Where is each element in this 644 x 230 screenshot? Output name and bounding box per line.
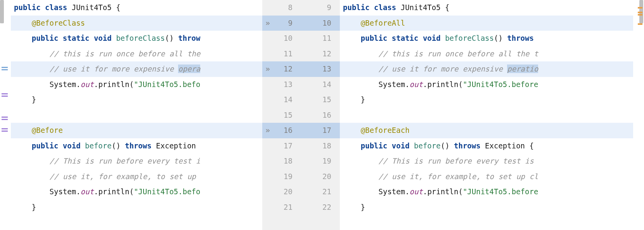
code-line[interactable] — [11, 108, 262, 123]
code-line[interactable]: public static void beforeClass() throws — [340, 31, 633, 46]
code-line[interactable]: } — [11, 92, 262, 108]
merge-arrow-icon[interactable]: » — [265, 123, 270, 138]
code-line[interactable]: @BeforeClass — [11, 16, 262, 31]
line-number: 21 — [301, 184, 340, 200]
change-marker[interactable] — [2, 128, 8, 129]
line-number: 22 — [301, 200, 340, 215]
change-marker[interactable] — [2, 69, 8, 70]
line-number: 16» — [262, 123, 301, 138]
code-line[interactable]: } — [340, 92, 633, 108]
line-number: 9» — [262, 16, 301, 31]
line-number: 9 — [301, 0, 340, 16]
code-line[interactable]: // This is run before every test is — [340, 153, 633, 169]
line-number: 20 — [262, 184, 301, 200]
code-line[interactable]: // use it for more expensive peratio — [340, 61, 633, 77]
line-number: 17 — [301, 123, 340, 138]
line-number: 14 — [301, 77, 340, 92]
code-line[interactable]: // use it for more expensive opera — [11, 61, 262, 77]
line-number: 11 — [262, 46, 301, 62]
change-marker[interactable] — [638, 12, 642, 13]
code-line[interactable] — [340, 108, 633, 123]
merge-arrow-icon[interactable]: » — [265, 61, 270, 77]
code-line[interactable]: System.out.println("JUnit4To5.befo — [11, 184, 262, 200]
code-line[interactable]: // this is run once before all the t — [340, 46, 633, 62]
code-line[interactable]: public class JUnit4To5 { — [340, 0, 633, 16]
change-marker[interactable] — [2, 96, 8, 97]
change-marker[interactable] — [2, 93, 8, 94]
line-number: 16 — [301, 108, 340, 123]
change-marker[interactable] — [2, 67, 8, 68]
code-line[interactable]: // this is run once before all the — [11, 46, 262, 62]
line-number: 15 — [262, 108, 301, 123]
code-line[interactable]: @BeforeEach — [340, 123, 633, 138]
code-line[interactable]: // use it, for example, to set up — [11, 169, 262, 185]
left-editor-pane[interactable]: public class JUnit4To5 { @BeforeClass pu… — [11, 0, 262, 230]
line-number: 13 — [301, 61, 340, 77]
line-number: 18 — [301, 138, 340, 154]
line-number: 10 — [262, 31, 301, 46]
line-number: 17 — [262, 138, 301, 154]
change-marker[interactable] — [2, 119, 8, 120]
line-number: 13 — [262, 77, 301, 92]
code-line[interactable]: System.out.println("JUnit4To5.before — [340, 184, 633, 200]
change-marker[interactable] — [2, 131, 8, 132]
left-marker-gutter — [0, 0, 11, 230]
change-marker[interactable] — [638, 23, 642, 25]
line-number: 14 — [262, 92, 301, 108]
line-number: 11 — [301, 31, 340, 46]
line-number: 19 — [262, 169, 301, 185]
code-line[interactable]: public void before() throws Exception — [11, 138, 262, 154]
code-line[interactable]: System.out.println("JUnit4To5.befo — [11, 77, 262, 92]
line-number: 18 — [262, 153, 301, 169]
code-line[interactable]: public class JUnit4To5 { — [11, 0, 262, 16]
code-line[interactable]: @Before — [11, 123, 262, 138]
line-number: 20 — [301, 169, 340, 185]
code-line[interactable]: System.out.println("JUnit4To5.before — [340, 77, 633, 92]
right-editor-pane[interactable]: public class JUnit4To5 { @BeforeAll publ… — [340, 0, 633, 230]
diff-viewer: public class JUnit4To5 { @BeforeClass pu… — [0, 0, 644, 230]
line-number: 19 — [301, 153, 340, 169]
line-number: 21 — [262, 200, 301, 215]
change-marker[interactable] — [638, 14, 642, 16]
gutter-left-numbers: 89»101112»13141516»1718192021 — [262, 0, 301, 230]
line-number-gutter: 89»101112»13141516»1718192021 9101112131… — [262, 0, 340, 230]
line-number: 12 — [301, 46, 340, 62]
code-line[interactable]: public void before() throws Exception { — [340, 138, 633, 154]
gutter-right-numbers: 910111213141516171819202122 — [301, 0, 340, 230]
merge-arrow-icon[interactable]: » — [265, 16, 270, 31]
code-line[interactable]: } — [11, 200, 262, 215]
code-line[interactable]: // use it, for example, to set up cl — [340, 169, 633, 185]
code-line[interactable]: @BeforeAll — [340, 16, 633, 31]
left-scrollbar-thumb[interactable] — [0, 0, 4, 23]
code-line[interactable]: // This is run before every test i — [11, 153, 262, 169]
line-number: 8 — [262, 0, 301, 16]
code-line[interactable]: public static void beforeClass() throw — [11, 31, 262, 46]
line-number: 12» — [262, 61, 301, 77]
line-number: 15 — [301, 92, 340, 108]
change-marker[interactable] — [2, 117, 8, 118]
line-number: 10 — [301, 16, 340, 31]
right-marker-gutter — [633, 0, 644, 230]
code-line[interactable]: } — [340, 200, 633, 215]
change-marker[interactable] — [638, 7, 642, 9]
